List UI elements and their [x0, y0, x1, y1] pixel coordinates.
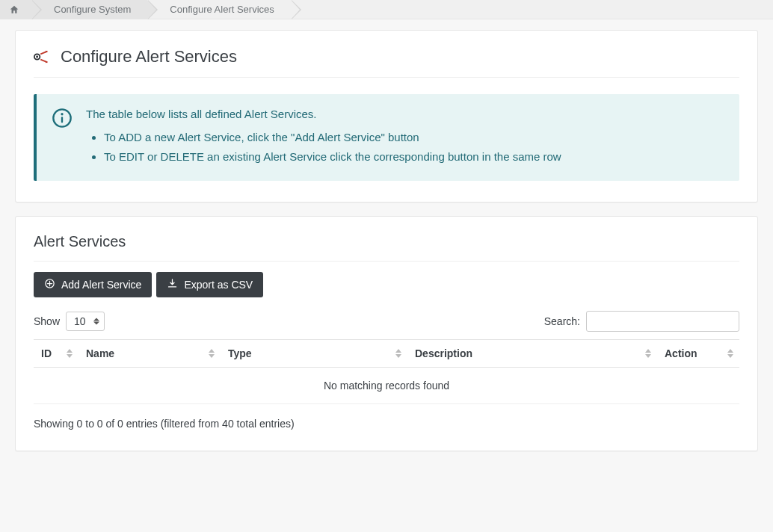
breadcrumb: Configure System Configure Alert Service…	[0, 0, 773, 19]
sort-icon	[209, 349, 215, 358]
datatable-info: Showing 0 to 0 of 0 entries (filtered fr…	[34, 418, 739, 430]
col-header-type[interactable]: Type	[221, 340, 407, 368]
info-bullet: To EDIT or DELETE an existing Alert Serv…	[104, 147, 561, 167]
sort-icon	[395, 349, 401, 358]
page-title: Configure Alert Services	[61, 47, 237, 66]
show-label: Show	[34, 315, 60, 327]
empty-message: No matching records found	[34, 368, 739, 404]
col-header-action[interactable]: Action	[657, 340, 739, 368]
page-header-panel: Configure Alert Services The table below…	[15, 30, 758, 202]
svg-rect-4	[61, 117, 63, 123]
export-button-label: Export as CSV	[184, 279, 253, 291]
svg-point-3	[61, 113, 63, 115]
col-header-description[interactable]: Description	[407, 340, 657, 368]
download-icon	[167, 278, 178, 291]
sort-icon	[67, 349, 73, 358]
sort-icon	[645, 349, 651, 358]
col-header-id[interactable]: ID	[34, 340, 78, 368]
info-callout: The table below lists all defined Alert …	[34, 94, 739, 181]
search-input[interactable]	[586, 311, 739, 332]
plus-circle-icon	[44, 278, 55, 291]
info-callout-text: The table below lists all defined Alert …	[86, 108, 561, 166]
breadcrumb-configure-alert-services[interactable]: Configure Alert Services	[147, 0, 290, 19]
page-length-select[interactable]: 10	[66, 312, 105, 331]
alert-services-panel: Alert Services Add Alert Service Export …	[15, 216, 758, 451]
sort-icon	[727, 349, 733, 358]
page-length-value: 10	[74, 315, 86, 327]
home-icon	[9, 4, 19, 15]
search-label: Search:	[544, 315, 580, 327]
info-intro: The table below lists all defined Alert …	[86, 108, 561, 120]
section-title: Alert Services	[34, 233, 739, 262]
breadcrumb-label: Configure System	[54, 4, 131, 15]
export-csv-button[interactable]: Export as CSV	[156, 272, 263, 297]
breadcrumb-label: Configure Alert Services	[170, 4, 274, 15]
col-header-name[interactable]: Name	[78, 340, 221, 368]
breadcrumb-home[interactable]	[0, 0, 31, 19]
info-bullet: To ADD a new Alert Service, click the "A…	[104, 128, 561, 147]
page-title-row: Configure Alert Services	[34, 47, 739, 78]
table-empty-row: No matching records found	[34, 368, 739, 404]
svg-point-1	[36, 56, 38, 58]
add-button-label: Add Alert Service	[61, 279, 141, 291]
select-caret-icon	[93, 318, 99, 325]
breadcrumb-configure-system[interactable]: Configure System	[31, 0, 147, 19]
info-icon	[52, 108, 73, 166]
alert-config-icon	[34, 49, 52, 64]
alert-services-table: ID Name Type Description Action No match…	[34, 339, 739, 404]
add-alert-service-button[interactable]: Add Alert Service	[34, 272, 152, 297]
